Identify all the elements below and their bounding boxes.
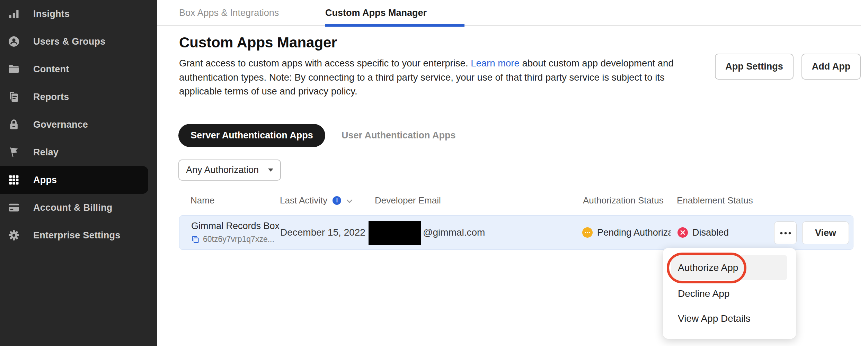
bar-chart-icon xyxy=(8,8,20,20)
tab-bar: Box Apps & Integrations Custom Apps Mana… xyxy=(157,0,861,26)
server-authentication-apps-toggle[interactable]: Server Authentication Apps xyxy=(178,124,325,147)
ellipsis-icon xyxy=(780,230,791,236)
sidebar-item-label: Account & Billing xyxy=(33,202,112,213)
description-text: Grant access to custom apps with access … xyxy=(179,58,471,69)
app-id: 60tz6y7vrp1q7xze... xyxy=(203,235,274,244)
sidebar-item-insights[interactable]: Insights xyxy=(0,0,157,28)
lock-icon xyxy=(8,118,20,131)
authorization-filter-dropdown[interactable]: Any Authorization xyxy=(178,160,281,181)
learn-more-link[interactable]: Learn more xyxy=(471,58,520,69)
sidebar-item-label: Insights xyxy=(33,9,70,19)
menu-item-decline-app[interactable]: Decline App xyxy=(671,281,787,306)
sidebar-item-label: Reports xyxy=(33,92,69,102)
gear-icon xyxy=(8,229,20,242)
redacted-email-local-part xyxy=(369,221,421,245)
info-icon[interactable]: i xyxy=(333,196,341,205)
sidebar-item-label: Users & Groups xyxy=(33,36,105,47)
authorization-status-cell: Pending Authorization xyxy=(582,216,671,249)
page-title: Custom Apps Manager xyxy=(179,34,337,51)
table-row[interactable]: Gimmal Records Box 60tz6y7vrp1q7xze... D… xyxy=(179,215,853,250)
copy-icon[interactable] xyxy=(191,235,200,244)
credit-card-icon xyxy=(8,201,20,214)
sidebar-item-content[interactable]: Content xyxy=(0,55,157,83)
authorization-status-text: Pending Authorization xyxy=(597,227,671,238)
add-app-button[interactable]: Add App xyxy=(801,54,861,80)
authorization-filter-value: Any Authorization xyxy=(186,165,259,175)
app-name-cell: Gimmal Records Box 60tz6y7vrp1q7xze... xyxy=(191,221,280,244)
user-authentication-apps-toggle[interactable]: User Authentication Apps xyxy=(342,124,456,147)
report-document-icon xyxy=(8,91,20,103)
pending-status-icon xyxy=(582,227,593,238)
disabled-status-icon xyxy=(677,227,688,238)
column-header-authorization-status: Authorization Status xyxy=(583,195,664,206)
caret-down-icon xyxy=(268,169,273,172)
sidebar-item-enterprise-settings[interactable]: Enterprise Settings xyxy=(0,221,157,249)
apps-grid-icon xyxy=(8,174,20,186)
tab-box-apps-integrations[interactable]: Box Apps & Integrations xyxy=(179,8,279,18)
column-header-last-activity[interactable]: Last Activity i xyxy=(280,195,353,206)
column-header-name: Name xyxy=(191,195,214,206)
user-circle-icon xyxy=(8,35,20,48)
folder-icon xyxy=(8,63,20,75)
sidebar-item-label: Content xyxy=(33,64,69,75)
enablement-status-cell: Disabled xyxy=(677,216,729,249)
column-header-developer-email: Developer Email xyxy=(375,195,441,206)
sidebar: Insights Users & Groups Content Reports xyxy=(0,0,157,346)
relay-flag-icon xyxy=(8,146,20,158)
main-content: Box Apps & Integrations Custom Apps Mana… xyxy=(157,0,868,346)
sidebar-item-label: Apps xyxy=(33,175,57,185)
app-name: Gimmal Records Box xyxy=(191,221,280,231)
active-tab-underline xyxy=(325,24,464,27)
admin-console-page: Insights Users & Groups Content Reports xyxy=(0,0,868,346)
sidebar-item-label: Governance xyxy=(33,119,88,130)
app-settings-button[interactable]: App Settings xyxy=(715,54,794,80)
view-button[interactable]: View xyxy=(802,221,849,244)
more-options-button[interactable] xyxy=(774,221,797,244)
sort-chevron-down-icon[interactable] xyxy=(346,195,353,206)
developer-email-domain: @gimmal.com xyxy=(423,216,485,249)
page-description: Grant access to custom apps with access … xyxy=(179,56,688,99)
menu-item-view-app-details[interactable]: View App Details xyxy=(671,306,787,331)
sidebar-item-relay[interactable]: Relay xyxy=(0,138,157,166)
tab-custom-apps-manager[interactable]: Custom Apps Manager xyxy=(325,8,427,18)
sidebar-item-account-billing[interactable]: Account & Billing xyxy=(0,194,157,221)
sidebar-item-label: Enterprise Settings xyxy=(33,230,120,241)
menu-item-authorize-app[interactable]: Authorize App xyxy=(671,255,787,280)
sidebar-item-apps[interactable]: Apps xyxy=(0,166,148,194)
sidebar-item-users-groups[interactable]: Users & Groups xyxy=(0,28,157,55)
table-header: Name Last Activity i Developer Email Aut… xyxy=(157,193,861,208)
last-activity-cell: December 15, 2022 xyxy=(280,216,365,249)
column-header-enablement-status: Enablement Status xyxy=(677,195,753,206)
enablement-status-text: Disabled xyxy=(692,227,729,238)
column-header-label: Last Activity xyxy=(280,195,327,206)
row-actions-context-menu: Authorize App Decline App View App Detai… xyxy=(663,248,796,339)
sidebar-item-governance[interactable]: Governance xyxy=(0,111,157,138)
sidebar-item-label: Relay xyxy=(33,147,59,158)
sidebar-item-reports[interactable]: Reports xyxy=(0,83,157,111)
